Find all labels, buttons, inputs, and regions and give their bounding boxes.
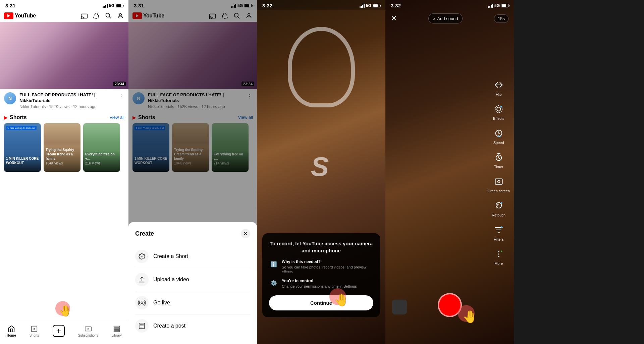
channel-avatar-1: N: [4, 92, 16, 104]
permission-row-2: ⚙️ You're in control Change your permiss…: [269, 279, 373, 289]
status-icons-3: 5G: [360, 3, 380, 8]
duration-badge: 15s: [494, 14, 508, 23]
battery-4: [501, 4, 508, 7]
nav-home-label-1: Home: [7, 334, 16, 337]
shorts-logo-icon: ▶: [4, 115, 8, 120]
effects-tool[interactable]: Effects: [487, 103, 510, 120]
yt-logo-text: YouTube: [15, 13, 36, 19]
home-icon: [7, 325, 15, 333]
short-card-1[interactable]: 1 min Y-drop to kick out 1 MIN KILLER CO…: [4, 123, 41, 172]
recorder-close-button[interactable]: ✕: [391, 14, 397, 23]
cast-icon[interactable]: [80, 12, 88, 20]
yt-logo-icon: [4, 12, 13, 19]
nav-library-label-1: Library: [111, 334, 122, 337]
speed-tool[interactable]: 1x Speed: [487, 127, 510, 145]
gallery-thumbnail[interactable]: [392, 300, 407, 314]
timer-label: Timer: [494, 165, 503, 169]
screen1-youtube-home: 3:31 5G YouTube: [0, 0, 128, 344]
svg-point-36: [501, 250, 502, 252]
featured-video-thumb-1[interactable]: 23:34: [0, 22, 128, 89]
retouch-tool[interactable]: Retouch: [487, 200, 510, 217]
video-options-1[interactable]: ⋮: [118, 92, 124, 109]
svg-point-35: [498, 256, 499, 257]
more-tool[interactable]: More: [487, 248, 510, 265]
create-short-item[interactable]: Create a Short: [135, 245, 250, 268]
short-views-2: 104K views: [46, 161, 78, 165]
fiveg-1: 5G: [109, 3, 114, 8]
yt-play-triangle: [7, 14, 10, 17]
cursor-4: 🤚: [463, 310, 478, 324]
time-3: 3:32: [262, 3, 272, 8]
short-card-2[interactable]: Trying the Squirty Cream trend as a fami…: [44, 123, 80, 172]
nav-shorts-1[interactable]: Shorts: [30, 325, 39, 337]
video-title-1: FULL FACE OF PRODUCTS I HATE! | NikkieTu…: [19, 92, 114, 104]
speed-icon: 1x: [493, 127, 505, 139]
nav-library-1[interactable]: Library: [111, 325, 122, 337]
more-label: More: [494, 261, 503, 265]
view-all-1[interactable]: View all: [109, 115, 124, 120]
screen3-camera-permission: S 3:32 5G To record, let YouTube access …: [257, 0, 385, 344]
permission-dialog: To record, let YouTube access your camer…: [262, 233, 380, 317]
short-overlay-3: Everything free on y... 21K views: [83, 151, 120, 172]
shorts-title-1: ▶ Shorts: [4, 114, 27, 120]
time-4: 3:32: [391, 3, 401, 8]
fiveg-4: 5G: [494, 3, 500, 8]
timer-tool[interactable]: Timer: [487, 151, 510, 169]
modal-close-button[interactable]: ✕: [241, 229, 250, 238]
greenscreen-label: Green screen: [487, 189, 510, 193]
search-icon[interactable]: [104, 12, 112, 20]
short-card-3[interactable]: Everything free on y... 21K views: [83, 123, 120, 172]
short-title-2: Trying the Squirty Cream trend as a fami…: [46, 148, 78, 161]
cursor-circle-1: 🤚: [59, 304, 72, 317]
video-channel-1: NikkieTutorials · 152K views · 12 hours …: [19, 104, 114, 109]
nav-shorts-label-1: Shorts: [30, 334, 39, 337]
music-icon: ♪: [433, 16, 435, 21]
filters-icon: [493, 224, 505, 236]
go-live-icon: [135, 296, 149, 309]
account-icon[interactable]: [116, 12, 124, 20]
yt-header-1: YouTube: [0, 10, 128, 22]
short-tag-1: 1 min Y-drop to kick out: [6, 126, 37, 130]
permission-text-1: Why is this needed? So you can take phot…: [282, 259, 373, 275]
bottom-nav-1: Home Shorts Subscriptions Library: [0, 322, 128, 344]
timer-icon: [493, 151, 505, 163]
fiveg-3: 5G: [366, 3, 371, 8]
create-button-1[interactable]: [53, 325, 65, 337]
create-post-icon: [135, 319, 149, 333]
effects-icon: [493, 103, 505, 115]
settings-icon-perm: ⚙️: [269, 279, 278, 288]
status-icons-4: 5G: [488, 3, 508, 8]
nav-subscriptions-1[interactable]: Subscriptions: [78, 325, 98, 337]
yt-logo-1: YouTube: [4, 12, 36, 19]
svg-rect-29: [495, 179, 502, 184]
signal-icon-3: [360, 4, 365, 8]
permission-row-1: ℹ️ Why is this needed? So you can take p…: [269, 259, 373, 275]
shorts-header-1: ▶ Shorts View all: [0, 114, 128, 123]
screen4-short-recorder: 3:32 5G ✕ ♪ Add sound 15s F: [385, 0, 514, 344]
shorts-s-logo: S: [311, 151, 329, 182]
svg-point-26: [500, 106, 502, 107]
shorts-section-1: ▶ Shorts View all 1 min Y-drop to kick o…: [0, 112, 128, 175]
create-post-item[interactable]: Create a post: [135, 314, 250, 337]
svg-point-34: [498, 253, 499, 255]
greenscreen-tool[interactable]: Green screen: [487, 176, 510, 193]
nav-home-1[interactable]: Home: [7, 325, 16, 337]
subscriptions-icon: [84, 325, 92, 333]
filters-tool[interactable]: Filters: [487, 224, 510, 241]
continue-button[interactable]: Continue: [269, 295, 373, 310]
notifications-icon[interactable]: [92, 12, 100, 20]
retouch-icon: [493, 200, 505, 212]
svg-marker-10: [88, 328, 90, 330]
flip-tool[interactable]: Flip: [487, 79, 510, 96]
modal-title: Create: [135, 230, 154, 237]
background-filler: [514, 0, 644, 344]
nav-subs-label-1: Subscriptions: [78, 334, 98, 337]
permission-why-2: You're in control: [282, 279, 373, 283]
upload-video-item[interactable]: Upload a video: [135, 268, 250, 291]
go-live-item[interactable]: Go live: [135, 291, 250, 314]
ring-light: [288, 27, 355, 107]
battery-1: [116, 4, 123, 7]
svg-point-22: [141, 302, 143, 304]
nav-create-1[interactable]: [53, 325, 65, 337]
add-sound-button[interactable]: ♪ Add sound: [428, 13, 462, 23]
